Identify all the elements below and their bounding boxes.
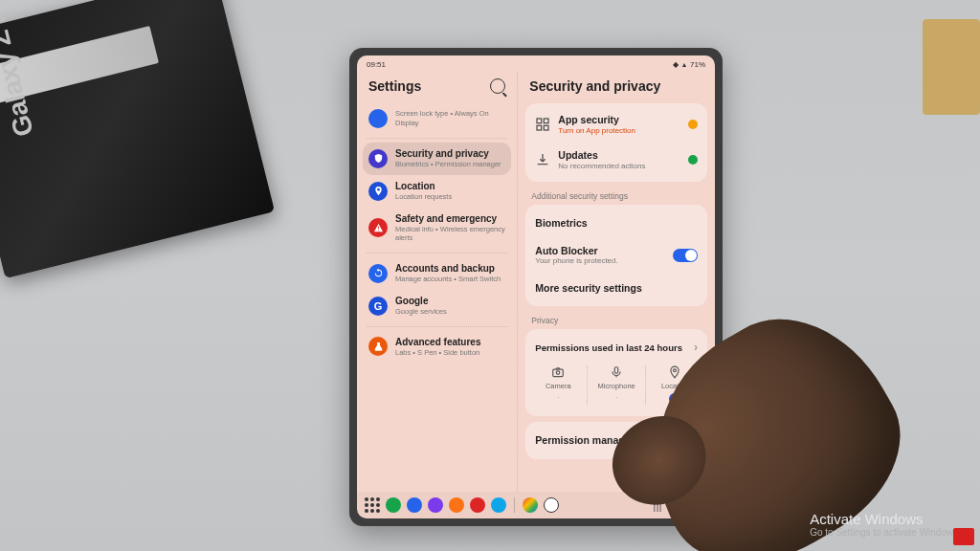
windows-watermark: Activate Windows Go to Settings to activ… (810, 511, 961, 538)
detail-title: Security and privacy (529, 78, 660, 94)
settings-item-security-privacy[interactable]: Security and privacy Biometrics • Permis… (363, 143, 511, 175)
permissions-24h-row[interactable]: Permissions used in last 24 hours › (525, 333, 707, 362)
svg-rect-4 (553, 369, 564, 377)
lockscreen-icon (368, 109, 388, 128)
shield-icon (368, 149, 388, 168)
settings-item-accounts[interactable]: Accounts and backup Manage accounts • Sm… (363, 257, 511, 290)
section-additional: Additional security settings (518, 187, 715, 205)
status-warning-icon (688, 120, 698, 129)
auto-blocker-toggle[interactable] (673, 249, 698, 262)
download-icon (535, 152, 550, 167)
microphone-icon (610, 365, 623, 379)
svg-rect-1 (545, 119, 549, 123)
settings-item-google[interactable]: G Google Google services (363, 290, 511, 322)
sync-icon (368, 264, 388, 283)
messages-app-icon[interactable] (407, 497, 422, 513)
apps-drawer-icon[interactable] (365, 497, 380, 513)
item-title: Security and privacy (395, 148, 505, 160)
signal-icon: ▴ (682, 60, 686, 69)
section-privacy: Privacy (518, 312, 715, 329)
svg-rect-6 (614, 367, 618, 373)
wooden-clamp (923, 19, 980, 115)
battery-text: 71% (690, 60, 705, 69)
settings-item-safety[interactable]: Safety and emergency Medical info • Wire… (363, 208, 511, 250)
wifi-icon: ◆ (673, 60, 679, 69)
item-sub: Biometrics • Permission manager (395, 160, 505, 169)
compass-app-icon[interactable] (544, 497, 559, 513)
gallery-app-icon[interactable] (470, 497, 485, 513)
settings-item-location[interactable]: Location Location requests (363, 175, 511, 208)
channel-logo (953, 528, 974, 545)
pin-icon (668, 365, 681, 379)
svg-rect-0 (537, 119, 542, 123)
labs-icon (368, 337, 388, 356)
svg-rect-3 (545, 126, 549, 131)
warning-icon (368, 218, 388, 237)
camera-icon (551, 365, 565, 379)
app-security-row[interactable]: App security Turn on App protection (525, 107, 707, 143)
phone-app-icon[interactable] (386, 497, 401, 513)
status-bar: 09:51 ◆ ▴ 71% (357, 55, 715, 73)
settings-list-pane: Settings Screen lock type • Always On Di… (357, 73, 518, 492)
auto-blocker-row[interactable]: Auto Blocker Your phone is protected. (525, 238, 707, 274)
browser-app-icon[interactable] (428, 497, 443, 513)
settings-item-lockscreen[interactable]: Screen lock type • Always On Display (363, 103, 511, 134)
chevron-right-icon: › (694, 341, 698, 354)
perm-microphone[interactable]: Microphone · (588, 365, 646, 405)
biometrics-row[interactable]: Biometrics (525, 209, 707, 238)
svg-point-5 (557, 371, 561, 375)
more-security-row[interactable]: More security settings (525, 274, 707, 303)
status-time: 09:51 (367, 60, 386, 69)
google-icon: G (368, 297, 388, 316)
status-ok-icon (688, 155, 698, 165)
notes-app-icon[interactable] (449, 497, 464, 513)
updates-row[interactable]: Updates No recommended actions (525, 143, 707, 178)
store-app-icon[interactable] (491, 497, 506, 513)
location-icon (368, 182, 388, 201)
settings-title: Settings (368, 78, 421, 94)
perm-camera[interactable]: Camera · (529, 365, 588, 405)
settings-item-advanced[interactable]: Advanced features Labs • S Pen • Side bu… (363, 331, 511, 364)
svg-rect-2 (537, 126, 542, 131)
grid-icon (535, 117, 550, 132)
svg-point-7 (674, 369, 677, 372)
play-store-icon[interactable] (523, 497, 538, 513)
search-icon[interactable] (490, 78, 505, 94)
